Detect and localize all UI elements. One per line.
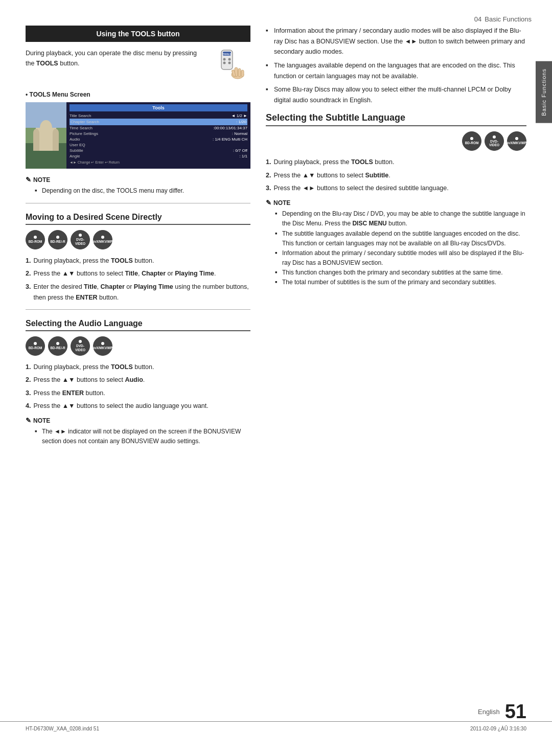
svg-rect-10 xyxy=(241,70,244,77)
subtitle-step: 1.During playback, press the TOOLS butto… xyxy=(266,157,526,168)
right-bullet-item: Information about the primary / secondar… xyxy=(266,26,526,57)
subtitle-note-item: Depending on the Blu-ray Disc / DVD, you… xyxy=(275,209,526,228)
disc-badge: BD-ROM xyxy=(26,336,45,356)
svg-point-5 xyxy=(223,62,226,64)
page-number: 51 xyxy=(505,702,526,721)
chapter-label: Basic Functions xyxy=(485,15,532,23)
moving-step: 3.Enter the desired Title, Chapter or Pl… xyxy=(26,282,250,304)
subtitle-note-icon: ✎ xyxy=(266,199,271,207)
chapter-number: 04 xyxy=(474,15,481,23)
chapter-indicator: 04 Basic Functions xyxy=(474,15,532,23)
svg-text:TOOLS: TOOLS xyxy=(222,53,232,56)
tools-remote-icon: TOOLS xyxy=(212,48,248,84)
tools-desc-text: During playback, you can operate the dis… xyxy=(26,48,203,68)
svg-point-6 xyxy=(228,62,231,64)
audio-disc-badges: BD-ROMBD-RE/-RDVD-VIDEODivX/MKV/MP4 xyxy=(26,336,250,356)
tools-menu-row: Time Search:00:00:13/01:34:37 xyxy=(70,125,247,131)
moving-section-header: Moving to a Desired Scene Directly xyxy=(26,213,250,225)
disc-badge: DVD-VIDEO xyxy=(71,336,90,356)
disc-badge: BD-ROM xyxy=(26,230,45,249)
tools-screen-background xyxy=(26,102,66,169)
divider-1 xyxy=(26,203,250,203)
subtitle-note-list: Depending on the Blu-ray Disc / DVD, you… xyxy=(266,209,526,288)
disc-badge: DVD-VIDEO xyxy=(71,230,90,249)
subtitle-disc-badges: BD-ROMDVD-VIDEODivX/MKV/MP4 xyxy=(266,131,526,151)
disc-badge: DivX/MKV/MP4 xyxy=(93,230,112,249)
tools-note-list: Depending on the disc, the TOOLS menu ma… xyxy=(26,186,250,196)
disc-badge: DivX/MKV/MP4 xyxy=(93,336,112,356)
moving-step: 1.During playback, press the TOOLS butto… xyxy=(26,256,250,266)
tools-icon-box: TOOLS xyxy=(210,48,250,84)
left-column: Using the TOOLS button During playback, … xyxy=(26,26,250,686)
tools-desc-end: button. xyxy=(58,60,80,67)
tools-menu-row: Chapter Search: 1/20 xyxy=(70,119,247,125)
subtitle-steps: 1.During playback, press the TOOLS butto… xyxy=(266,157,526,194)
tools-menu-screen: Tools Title Search◄ 1/2 ►Chapter Search:… xyxy=(26,102,250,169)
right-bullet-item: Some Blu-ray Discs may allow you to sele… xyxy=(266,84,526,105)
main-content: Using the TOOLS button During playback, … xyxy=(0,15,552,697)
disc-badge: BD-RE/-R xyxy=(48,336,67,356)
disc-badge: DVD-VIDEO xyxy=(485,131,504,151)
svg-point-20 xyxy=(53,129,59,137)
audio-step: 1.During playback, press the TOOLS butto… xyxy=(26,362,250,373)
tools-screen-menu: Tools Title Search◄ 1/2 ►Chapter Search:… xyxy=(66,102,250,169)
audio-note: ✎ NOTE The ◄► indicator will not be disp… xyxy=(26,417,250,446)
tools-desc-bold: TOOLS xyxy=(36,60,58,67)
audio-step: 4.Press the ▲▼ buttons to select the aud… xyxy=(26,401,250,411)
right-bullets-top: Information about the primary / secondar… xyxy=(266,26,526,105)
subtitle-step: 3.Press the ◄► buttons to select the des… xyxy=(266,183,526,194)
audio-step: 3.Press the ENTER button. xyxy=(26,388,250,399)
tools-menu-row: Picture Settings: Normal xyxy=(70,131,247,136)
tools-menu-row: Angle: 1/1 xyxy=(70,153,247,159)
audio-steps: 1.During playback, press the TOOLS butto… xyxy=(26,362,250,411)
disc-badge: BD-RE/-R xyxy=(48,230,67,249)
subtitle-note-title: ✎ NOTE xyxy=(266,199,526,207)
audio-note-label: NOTE xyxy=(33,417,50,424)
svg-point-16 xyxy=(40,120,52,135)
audio-note-icon: ✎ xyxy=(26,417,31,424)
svg-point-3 xyxy=(223,58,226,61)
right-column: Information about the primary / secondar… xyxy=(266,26,526,686)
tools-box-title: Using the TOOLS button xyxy=(96,30,179,38)
tools-screen-menu-title: Tools xyxy=(70,104,247,111)
side-tab-label: Basic Functions xyxy=(541,68,547,116)
tools-menu-row: User EQ xyxy=(70,142,247,148)
tools-menu-row: Subtitle: 0/7 Off xyxy=(70,148,247,153)
right-bullet-item: The languages available depend on the la… xyxy=(266,60,526,81)
tools-note-label: NOTE xyxy=(33,176,50,184)
tools-box: Using the TOOLS button xyxy=(26,26,250,42)
page-number-area: English 51 xyxy=(0,697,552,721)
tools-menu-label: TOOLS Menu Screen xyxy=(26,91,250,98)
audio-note-item: The ◄► indicator will not be displayed o… xyxy=(35,427,250,446)
subtitle-step: 2.Press the ▲▼ buttons to select Subtitl… xyxy=(266,170,526,181)
audio-note-title: ✎ NOTE xyxy=(26,417,250,424)
audio-note-list: The ◄► indicator will not be displayed o… xyxy=(26,427,250,446)
disc-badge: DivX/MKV/MP4 xyxy=(507,131,526,151)
audio-section-header: Selecting the Audio Language xyxy=(26,319,250,331)
subtitle-note-item: The total number of subtitles is the sum… xyxy=(275,278,526,287)
moving-disc-badges: BD-ROMBD-RE/-RDVD-VIDEODivX/MKV/MP4 xyxy=(26,230,250,249)
footer-left: HT-D6730W_XAA_0208.indd 51 xyxy=(26,726,99,731)
disc-badge: BD-ROM xyxy=(462,131,481,151)
subtitle-note-label: NOTE xyxy=(273,199,290,207)
tools-desc-area: During playback, you can operate the dis… xyxy=(26,48,250,84)
tools-nav: ◄► Change ↵ Enter ↩ Return xyxy=(70,161,247,165)
note-icon: ✎ xyxy=(26,176,31,184)
svg-point-4 xyxy=(228,58,231,61)
subtitle-note: ✎ NOTE Depending on the Blu-ray Disc / D… xyxy=(266,199,526,288)
page-container: 04 Basic Functions Basic Functions Using… xyxy=(0,0,552,756)
subtitle-note-item: The subtitle languages available depend … xyxy=(275,229,526,248)
subtitle-note-item: This function changes both the primary a… xyxy=(275,268,526,278)
tools-menu-row: Title Search◄ 1/2 ► xyxy=(70,113,247,119)
tools-note-title: ✎ NOTE xyxy=(26,176,250,184)
svg-point-19 xyxy=(33,129,39,137)
moving-steps: 1.During playback, press the TOOLS butto… xyxy=(26,256,250,303)
divider-2 xyxy=(26,309,250,310)
footer-right: 2011-02-09 ¿ÀÛ 3:16:30 xyxy=(470,726,526,731)
subtitle-note-item: Information about the primary / secondar… xyxy=(275,248,526,268)
tools-note: ✎ NOTE Depending on the disc, the TOOLS … xyxy=(26,176,250,196)
side-tab: Basic Functions xyxy=(536,61,552,123)
moving-step: 2.Press the ▲▼ buttons to select Title, … xyxy=(26,268,250,279)
audio-step: 2.Press the ▲▼ buttons to select Audio. xyxy=(26,375,250,385)
background-illustration xyxy=(26,102,66,169)
